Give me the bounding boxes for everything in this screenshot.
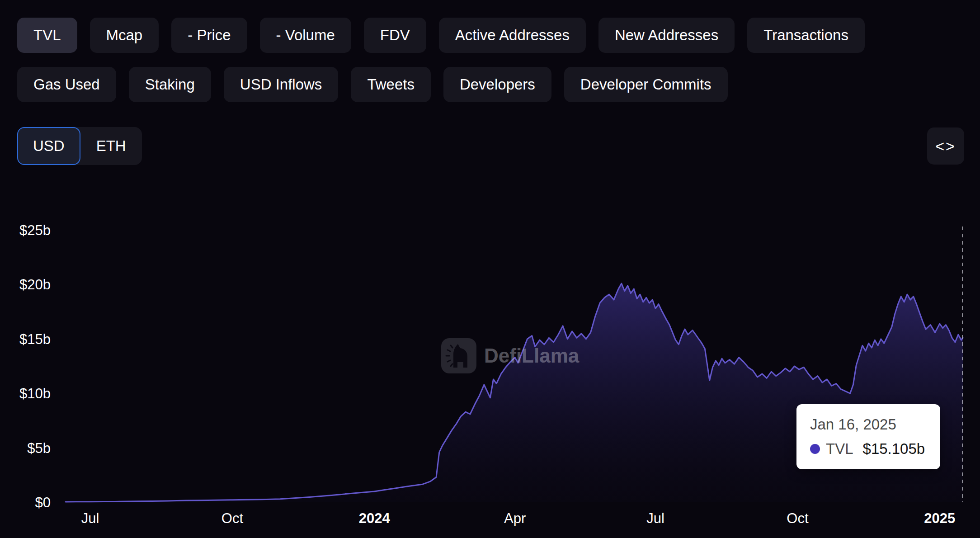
svg-text:2024: 2024 [359,510,391,526]
svg-text:2025: 2025 [924,510,955,526]
svg-text:$5b: $5b [27,440,51,456]
x-axis-labels: JulOct2024AprJulOct2025 [81,510,955,526]
svg-text:$15b: $15b [19,331,51,347]
currency-toggle: USDETH [17,127,142,165]
svg-text:$20b: $20b [19,277,51,293]
tooltip-date: Jan 16, 2025 [810,416,927,433]
tab-gas-used[interactable]: Gas Used [17,67,116,102]
svg-text:$10b: $10b [19,386,51,401]
tvl-area-chart[interactable]: $25b$20b$15b$10b$5b$0 JulOct2024AprJulOc… [0,208,980,538]
svg-text:Jul: Jul [81,510,99,526]
currency-option-eth[interactable]: ETH [80,127,142,165]
defillama-chart-page: TVLMcap- Price- VolumeFDVActive Addresse… [0,0,980,538]
svg-text:$0: $0 [35,495,51,510]
tab-mcap[interactable]: Mcap [90,18,159,53]
tooltip-series-row: TVL $15.105b [810,440,927,458]
chart-tooltip: Jan 16, 2025 TVL $15.105b [796,404,940,469]
chart-area-fill [66,283,963,502]
code-icon: <> [935,137,956,155]
tab-price[interactable]: - Price [171,18,247,53]
tab-tweets[interactable]: Tweets [351,67,431,102]
tab-developers[interactable]: Developers [443,67,551,102]
embed-code-button[interactable]: <> [927,127,964,165]
tooltip-series-name: TVL [826,440,853,458]
tab-volume[interactable]: - Volume [260,18,351,53]
svg-text:Oct: Oct [787,510,809,526]
tab-active-addresses[interactable]: Active Addresses [439,18,586,53]
tab-tvl[interactable]: TVL [17,18,77,53]
svg-text:Oct: Oct [221,510,244,526]
metric-tabs-row-2: Gas UsedStakingUSD InflowsTweetsDevelope… [17,67,728,102]
tab-developer-commits[interactable]: Developer Commits [564,67,728,102]
svg-text:$25b: $25b [19,222,51,238]
tab-new-addresses[interactable]: New Addresses [598,18,735,53]
tvl-chart-area: $25b$20b$15b$10b$5b$0 JulOct2024AprJulOc… [0,208,980,538]
svg-text:Apr: Apr [504,510,526,526]
svg-text:Jul: Jul [646,510,664,526]
series-dot-icon [810,444,820,454]
tab-fdv[interactable]: FDV [364,18,426,53]
tooltip-value: $15.105b [863,440,925,458]
metric-tabs-row-1: TVLMcap- Price- VolumeFDVActive Addresse… [17,18,865,53]
tab-usd-inflows[interactable]: USD Inflows [224,67,339,102]
tab-transactions[interactable]: Transactions [747,18,865,53]
tab-staking[interactable]: Staking [129,67,211,102]
y-axis-labels: $25b$20b$15b$10b$5b$0 [19,222,51,510]
currency-option-usd[interactable]: USD [17,127,80,165]
